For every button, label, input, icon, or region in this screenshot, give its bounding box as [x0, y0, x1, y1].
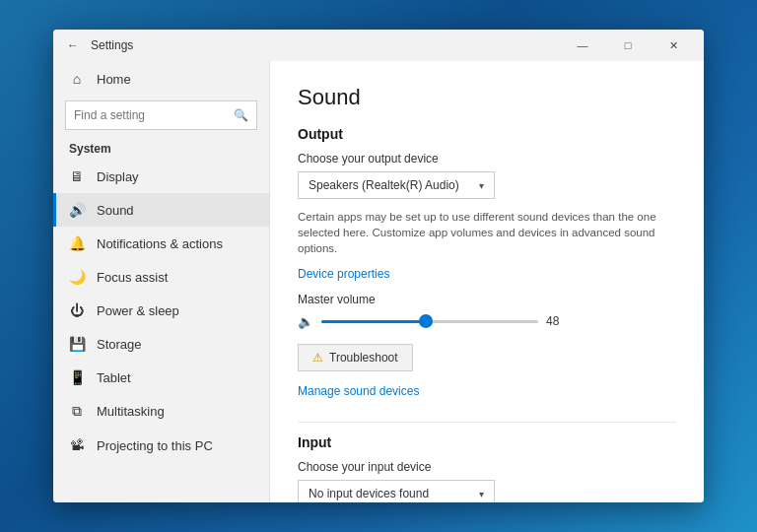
volume-slider[interactable] — [321, 312, 538, 330]
window-title: Settings — [91, 38, 560, 52]
home-icon: ⌂ — [69, 71, 85, 87]
sidebar-item-label: Projecting to this PC — [97, 438, 213, 453]
maximize-button[interactable]: □ — [605, 30, 651, 61]
warning-icon: ⚠ — [312, 351, 323, 365]
search-input[interactable] — [74, 108, 228, 122]
input-device-label: Choose your input device — [298, 460, 676, 474]
output-section-title: Output — [298, 126, 676, 142]
output-device-dropdown[interactable]: Speakers (Realtek(R) Audio) ▾ — [298, 171, 495, 199]
sidebar: ⌂ Home 🔍 System 🖥 Display 🔊 Sound 🔔 Noti… — [53, 61, 270, 502]
device-properties-link[interactable]: Device properties — [298, 267, 389, 281]
input-section-title: Input — [298, 434, 676, 450]
projecting-icon: 📽 — [69, 437, 85, 453]
master-volume-label: Master volume — [298, 293, 676, 306]
notifications-icon: 🔔 — [69, 235, 85, 251]
master-volume-row: 🔈 48 — [298, 312, 676, 330]
dropdown-arrow-icon: ▾ — [479, 180, 484, 191]
output-device-label: Choose your output device — [298, 152, 676, 166]
sidebar-item-display[interactable]: 🖥 Display — [53, 160, 269, 193]
main-panel: Sound Output Choose your output device S… — [270, 61, 704, 502]
sidebar-item-label: Multitasking — [97, 404, 165, 419]
sidebar-item-label: Focus assist — [97, 270, 168, 285]
storage-icon: 💾 — [69, 336, 85, 352]
slider-fill — [321, 320, 426, 323]
focus-icon: 🌙 — [69, 269, 85, 285]
input-dropdown-arrow-icon: ▾ — [479, 489, 484, 499]
sidebar-item-tablet[interactable]: 📱 Tablet — [53, 361, 269, 394]
manage-sound-devices-link[interactable]: Manage sound devices — [298, 384, 419, 398]
display-icon: 🖥 — [69, 168, 85, 184]
slider-thumb[interactable] — [419, 314, 433, 328]
sidebar-item-notifications[interactable]: 🔔 Notifications & actions — [53, 227, 269, 260]
sidebar-item-storage[interactable]: 💾 Storage — [53, 327, 269, 361]
titlebar: ← Settings — □ ✕ — [53, 30, 704, 61]
sidebar-item-label: Notifications & actions — [97, 236, 223, 251]
sidebar-item-multitasking[interactable]: ⧉ Multitasking — [53, 394, 269, 429]
troubleshoot-button[interactable]: ⚠ Troubleshoot — [298, 344, 413, 371]
sidebar-item-sound[interactable]: 🔊 Sound — [53, 193, 269, 227]
tablet-icon: 📱 — [69, 369, 85, 385]
settings-window: ← Settings — □ ✕ ⌂ Home 🔍 System 🖥 Displ… — [53, 30, 704, 502]
search-icon: 🔍 — [234, 108, 248, 122]
volume-icon: 🔈 — [298, 314, 313, 329]
input-device-value: No input devices found — [309, 487, 429, 500]
page-title: Sound — [298, 85, 676, 110]
minimize-button[interactable]: — — [560, 30, 605, 61]
sidebar-item-home[interactable]: ⌂ Home — [53, 61, 269, 97]
multitasking-icon: ⧉ — [69, 403, 85, 420]
output-info-text: Certain apps may be set up to use differ… — [298, 209, 676, 256]
input-device-dropdown[interactable]: No input devices found ▾ — [298, 480, 495, 502]
output-device-value: Speakers (Realtek(R) Audio) — [309, 178, 459, 192]
power-icon: ⏻ — [69, 302, 85, 318]
sidebar-item-label: Storage — [97, 337, 142, 352]
sidebar-item-focus[interactable]: 🌙 Focus assist — [53, 260, 269, 294]
troubleshoot-label: Troubleshoot — [329, 351, 398, 365]
sidebar-item-label: Display — [97, 169, 139, 184]
sidebar-item-power[interactable]: ⏻ Power & sleep — [53, 294, 269, 327]
home-label: Home — [97, 72, 131, 87]
close-button[interactable]: ✕ — [651, 30, 696, 61]
titlebar-controls: — □ ✕ — [560, 30, 696, 61]
sidebar-item-projecting[interactable]: 📽 Projecting to this PC — [53, 429, 269, 462]
sidebar-section-label: System — [53, 138, 269, 160]
back-button[interactable]: ← — [61, 33, 85, 57]
sidebar-item-label: Power & sleep — [97, 303, 179, 318]
sidebar-item-label: Sound — [97, 203, 134, 218]
volume-value: 48 — [546, 314, 570, 328]
content-area: ⌂ Home 🔍 System 🖥 Display 🔊 Sound 🔔 Noti… — [53, 61, 704, 502]
section-divider — [298, 422, 676, 423]
sidebar-item-label: Tablet — [97, 370, 131, 385]
search-box: 🔍 — [65, 100, 257, 130]
sound-icon: 🔊 — [69, 202, 85, 218]
